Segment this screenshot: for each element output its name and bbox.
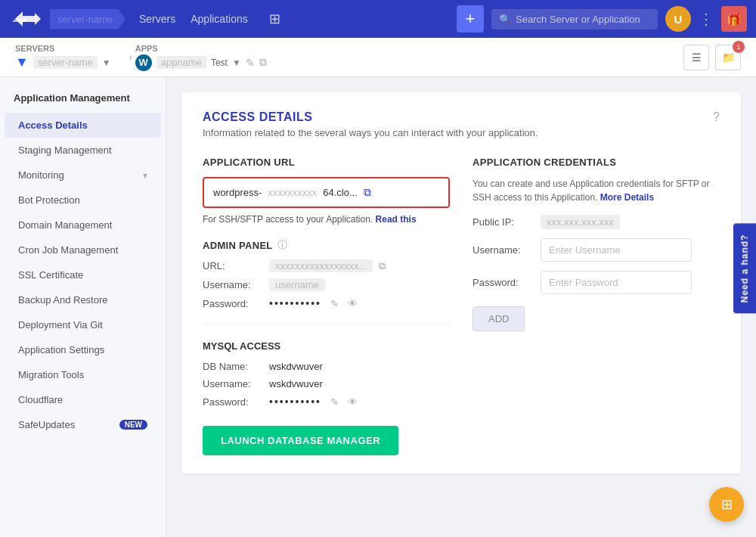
add-button[interactable]: + (457, 5, 484, 33)
admin-password-label: Password: (203, 298, 263, 309)
search-icon: 🔍 (499, 14, 511, 25)
wordpress-icon: W (135, 54, 152, 71)
url-external-link-icon[interactable]: ⧉ (364, 186, 371, 199)
servers-section: Servers ▼ server-name ▼ (15, 44, 111, 70)
credentials-description: You can create and use Application crede… (472, 177, 720, 204)
need-a-hand-button[interactable]: Need a hand? (733, 224, 756, 314)
sidebar-item-monitoring[interactable]: Monitoring ▾ (5, 163, 161, 188)
mysql-section: MYSQL ACCESS DB Name: wskdvwuver Usernam… (203, 324, 450, 455)
apps-label: Apps (135, 44, 267, 53)
files-badge: 1 (733, 41, 745, 53)
left-column: APPLICATION URL wordpress-xxxxxxxxxx64.c… (203, 157, 450, 455)
ssh-note: For SSH/SFTP access to your Application.… (203, 214, 450, 225)
external-link-icon[interactable]: ⧉ (259, 56, 267, 69)
public-ip-value: xxx.xxx.xxx.xxx (541, 215, 620, 229)
more-details-link[interactable]: More Details (600, 192, 654, 203)
more-options-icon[interactable]: ⋮ (699, 10, 714, 28)
fab-button[interactable]: ⊞ (709, 487, 744, 522)
list-icon: ☰ (692, 51, 702, 64)
info-icon[interactable]: ⓘ (277, 238, 287, 252)
server-name-value: server-name (33, 56, 98, 69)
admin-password-dots: •••••••••• (269, 297, 321, 309)
mysql-dbname-label: DB Name: (203, 361, 263, 372)
admin-username-label: Username: (203, 279, 263, 290)
fab-icon: ⊞ (721, 496, 733, 513)
admin-url-row: URL: xxxxxxxxxxxxxxxxx... ⧉ (203, 259, 450, 272)
admin-url-value-row: xxxxxxxxxxxxxxxxx... ⧉ (269, 259, 386, 272)
grid-icon[interactable]: ⊞ (269, 11, 280, 27)
read-this-link[interactable]: Read this (376, 214, 417, 225)
sidebar-item-access-details[interactable]: Access Details (5, 113, 161, 138)
apps-row: W appname Test ▼ ✎ ⧉ (135, 54, 267, 71)
nav-servers[interactable]: Servers (139, 13, 175, 25)
app-dropdown-icon[interactable]: ▼ (232, 57, 241, 68)
sidebar-item-bot-protection[interactable]: Bot Protection (5, 188, 161, 213)
admin-password-view-icon[interactable]: 👁 (348, 298, 358, 309)
sidebar-item-domain[interactable]: Domain Management (5, 213, 161, 237)
mysql-password-dots: •••••••••• (269, 396, 321, 408)
apps-section: Apps W appname Test ▼ ✎ ⧉ (135, 44, 267, 71)
top-nav-links: Servers Applications ⊞ (139, 11, 280, 27)
url-blurred: xxxxxxxxxx (268, 187, 317, 198)
breadcrumb-chevron: › (129, 52, 132, 63)
top-navbar: server-name Servers Applications ⊞ + 🔍 U… (0, 0, 756, 38)
sidebar-item-app-settings[interactable]: Application Settings (5, 337, 161, 362)
admin-url-label: URL: (203, 260, 263, 272)
credentials-section: APPLICATION CREDENTIALS You can create a… (472, 157, 720, 455)
list-view-button[interactable]: ☰ (683, 45, 709, 70)
admin-panel-section: ADMIN PANEL ⓘ URL: xxxxxxxxxxxxxxxxx... … (203, 238, 450, 309)
sidebar-item-deployment[interactable]: Deployment Via Git (5, 312, 161, 337)
mysql-password-row: Password: •••••••••• ✎ 👁 (203, 396, 450, 408)
mysql-username-row: Username: wskdvwuver (203, 378, 450, 390)
admin-panel-title: ADMIN PANEL (203, 240, 273, 251)
edit-icon[interactable]: ✎ (246, 57, 255, 69)
mysql-password-label: Password: (203, 396, 263, 408)
topnav-right: + 🔍 U ⋮ 🎁 (457, 5, 747, 33)
folder-icon: 📁 (722, 51, 735, 64)
files-button[interactable]: 📁 1 (715, 45, 741, 70)
sidebar-item-safeupdates[interactable]: SafeUpdates NEW (5, 412, 161, 437)
help-icon[interactable]: ? (713, 110, 720, 124)
vultr-icon: ▼ (15, 54, 29, 70)
launch-database-manager-button[interactable]: LAUNCH DATABASE MANAGER (203, 426, 398, 455)
avatar[interactable]: U (665, 6, 691, 32)
servers-label: Servers (15, 44, 111, 53)
admin-username-row: Username: username (203, 278, 450, 291)
admin-panel-title-row: ADMIN PANEL ⓘ (203, 238, 450, 252)
sidebar-item-staging[interactable]: Staging Management (5, 138, 161, 163)
server-breadcrumb[interactable]: server-name (50, 9, 125, 29)
public-ip-label: Public IP: (472, 216, 533, 228)
creds-password-input[interactable] (541, 271, 692, 294)
url-suffix: 64.clo... (323, 187, 358, 198)
admin-password-edit-icon[interactable]: ✎ (330, 298, 339, 309)
search-box[interactable]: 🔍 (491, 9, 658, 29)
chevron-down-icon: ▾ (143, 170, 147, 181)
public-ip-row: Public IP: xxx.xxx.xxx.xxx (472, 215, 720, 229)
server-dropdown-icon[interactable]: ▼ (102, 57, 111, 68)
creds-password-label: Password: (472, 277, 533, 288)
mysql-password-edit-icon[interactable]: ✎ (330, 396, 339, 408)
sidebar-item-ssl[interactable]: SSL Certificate (5, 262, 161, 287)
logo[interactable] (9, 5, 44, 33)
mysql-password-view-icon[interactable]: 👁 (348, 396, 358, 408)
sidebar-title: Application Management (0, 92, 166, 113)
mysql-dbname-row: DB Name: wskdvwuver (203, 361, 450, 372)
sidebar-item-backup[interactable]: Backup And Restore (5, 287, 161, 312)
app-name-value: appname (156, 56, 206, 69)
nav-applications[interactable]: Applications (191, 13, 248, 25)
add-credentials-button[interactable]: ADD (472, 306, 525, 331)
sidebar-item-migration[interactable]: Migration Tools (5, 362, 161, 387)
creds-username-label: Username: (472, 244, 533, 256)
sidebar-item-cloudflare[interactable]: Cloudflare (5, 387, 161, 412)
admin-password-row: Password: •••••••••• ✎ 👁 (203, 297, 450, 309)
creds-username-input[interactable] (541, 238, 692, 262)
app-url-section-title: APPLICATION URL (203, 157, 450, 168)
admin-url-external-icon[interactable]: ⧉ (379, 260, 386, 272)
search-input[interactable] (516, 14, 644, 25)
sidebar-item-cron[interactable]: Cron Job Management (5, 237, 161, 262)
gift-icon[interactable]: 🎁 (721, 6, 747, 32)
subbar: Servers ▼ server-name ▼ › Apps W appname… (0, 38, 756, 77)
url-prefix: wordpress- (213, 187, 262, 198)
access-details-card: ? ACCESS DETAILS Information related to … (181, 92, 741, 473)
main-layout: Application Management Access Details St… (0, 77, 756, 537)
